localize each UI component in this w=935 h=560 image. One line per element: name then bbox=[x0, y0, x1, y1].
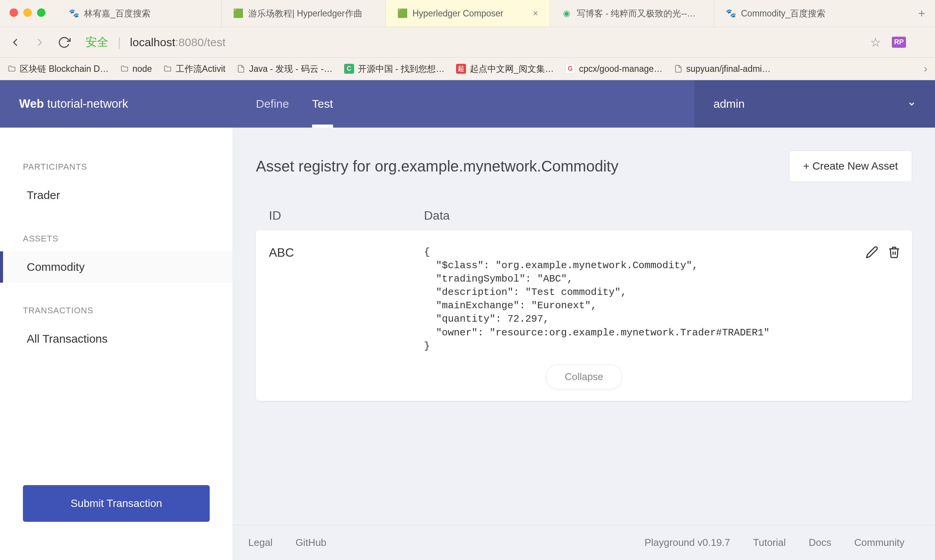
site-icon: 起 bbox=[456, 64, 466, 74]
sidebar-section-transactions: TRANSACTIONS bbox=[0, 298, 233, 323]
browser-chrome: 🐾 林宥嘉_百度搜索 🟩 游乐场教程| Hyperledger作曲 🟩 Hype… bbox=[0, 0, 935, 80]
secure-badge: 安全 bbox=[86, 34, 108, 50]
folder-icon bbox=[120, 65, 129, 73]
browser-tab[interactable]: 🐾 林宥嘉_百度搜索 bbox=[57, 0, 222, 27]
bookmark-folder[interactable]: 工作流Activit bbox=[163, 63, 225, 75]
asset-card: ABC { "$class": "org.example.mynetwork.C… bbox=[256, 230, 912, 401]
tab-title: Hyperledger Composer bbox=[412, 8, 503, 19]
browser-tab-bar: 🐾 林宥嘉_百度搜索 🟩 游乐场教程| Hyperledger作曲 🟩 Hype… bbox=[0, 0, 935, 27]
footer-github-link[interactable]: GitHub bbox=[296, 537, 327, 549]
bookmarks-bar: 区块链 Blockchain D… node 工作流Activit Java -… bbox=[0, 57, 935, 80]
content-area: Asset registry for org.example.mynetwork… bbox=[233, 128, 935, 560]
bookmark-folder[interactable]: node bbox=[120, 64, 152, 74]
bookmark-link[interactable]: C 开源中国 - 找到您想… bbox=[344, 63, 445, 75]
site-icon: G bbox=[565, 64, 575, 74]
asset-id: ABC bbox=[267, 246, 424, 353]
bookmark-link[interactable]: G cpcx/good-manage… bbox=[565, 64, 663, 74]
tab-favicon-site: ◉ bbox=[561, 8, 571, 18]
sidebar: PARTICIPANTS Trader ASSETS Commodity TRA… bbox=[0, 128, 233, 560]
asset-json-data: { "$class": "org.example.mynetwork.Commo… bbox=[424, 246, 865, 353]
create-new-asset-button[interactable]: + Create New Asset bbox=[789, 151, 912, 182]
tab-title: 游乐场教程| Hyperledger作曲 bbox=[248, 8, 362, 19]
footer-legal-link[interactable]: Legal bbox=[248, 537, 273, 549]
submit-transaction-button[interactable]: Submit Transaction bbox=[23, 485, 210, 522]
file-icon bbox=[674, 65, 683, 73]
window-close[interactable] bbox=[10, 8, 18, 17]
bookmark-folder[interactable]: 区块链 Blockchain D… bbox=[8, 63, 109, 75]
app-header: Web tutorial-network Define Test admin bbox=[0, 80, 935, 128]
window-minimize[interactable] bbox=[23, 8, 32, 17]
chevron-down-icon bbox=[907, 100, 916, 108]
tab-close-icon[interactable]: × bbox=[533, 8, 538, 19]
asset-row: ABC { "$class": "org.example.mynetwork.C… bbox=[267, 246, 901, 353]
app-footer: Legal GitHub Playground v0.19.7 Tutorial… bbox=[233, 525, 935, 560]
tab-title: 写博客 - 纯粹而又极致的光--… bbox=[577, 8, 696, 19]
brand-title: Web tutorial-network bbox=[0, 80, 233, 128]
nav-forward-button[interactable] bbox=[32, 35, 47, 50]
tab-test[interactable]: Test bbox=[312, 80, 333, 128]
delete-icon[interactable] bbox=[888, 246, 901, 260]
sidebar-item-commodity[interactable]: Commodity bbox=[0, 251, 233, 283]
tab-title: 林宥嘉_百度搜索 bbox=[84, 8, 150, 19]
tab-define[interactable]: Define bbox=[256, 80, 289, 128]
column-header-id: ID bbox=[267, 209, 424, 223]
folder-icon bbox=[163, 65, 172, 73]
bookmark-link[interactable]: supyuan/jfinal-admi… bbox=[674, 64, 771, 74]
tab-favicon-hyperledger: 🟩 bbox=[397, 8, 407, 18]
header-tabs: Define Test bbox=[233, 80, 333, 128]
bookmark-link[interactable]: Java - 发现 - 码云 -… bbox=[237, 63, 333, 75]
new-tab-button[interactable]: + bbox=[908, 0, 935, 27]
sidebar-section-assets: ASSETS bbox=[0, 226, 233, 251]
app-body: PARTICIPANTS Trader ASSETS Commodity TRA… bbox=[0, 128, 935, 560]
tab-title: Commodity_百度搜索 bbox=[741, 8, 825, 19]
browser-tab[interactable]: 🟩 游乐场教程| Hyperledger作曲 bbox=[222, 0, 386, 27]
extension-rp-icon[interactable]: RP bbox=[892, 37, 906, 48]
file-icon bbox=[237, 65, 245, 73]
footer-version: Playground v0.19.7 bbox=[644, 537, 730, 549]
site-icon: C bbox=[344, 64, 354, 74]
reload-button[interactable] bbox=[57, 35, 72, 50]
url-bar: 安全 | localhost:8080/test ☆ RP bbox=[0, 27, 935, 57]
url-input[interactable]: localhost:8080/test bbox=[130, 36, 225, 49]
sidebar-item-trader[interactable]: Trader bbox=[0, 180, 233, 211]
table-header: ID Data bbox=[256, 201, 912, 230]
bookmarks-overflow-icon[interactable]: › bbox=[924, 63, 927, 75]
user-dropdown[interactable]: admin bbox=[694, 80, 935, 128]
sidebar-section-participants: PARTICIPANTS bbox=[0, 154, 233, 180]
tab-favicon-hyperledger: 🟩 bbox=[233, 8, 243, 18]
nav-back-button[interactable] bbox=[8, 35, 23, 50]
column-header-data: Data bbox=[424, 209, 901, 223]
sidebar-item-all-transactions[interactable]: All Transactions bbox=[0, 323, 233, 354]
tab-favicon-baidu: 🐾 bbox=[726, 8, 736, 18]
collapse-button[interactable]: Collapse bbox=[546, 364, 622, 389]
window-maximize[interactable] bbox=[37, 8, 45, 17]
asset-actions bbox=[865, 246, 901, 353]
bookmark-star-icon[interactable]: ☆ bbox=[870, 35, 881, 50]
folder-icon bbox=[8, 65, 16, 73]
edit-icon[interactable] bbox=[865, 246, 878, 260]
browser-tab[interactable]: 🐾 Commodity_百度搜索 bbox=[714, 0, 878, 27]
window-controls bbox=[10, 8, 45, 17]
browser-tab-active[interactable]: 🟩 Hyperledger Composer × bbox=[386, 0, 550, 27]
footer-docs-link[interactable]: Docs bbox=[809, 537, 831, 549]
footer-community-link[interactable]: Community bbox=[854, 537, 904, 549]
page-title: Asset registry for org.example.mynetwork… bbox=[256, 158, 618, 175]
url-divider: | bbox=[118, 35, 121, 49]
content-header: Asset registry for org.example.mynetwork… bbox=[256, 151, 912, 182]
user-label: admin bbox=[713, 97, 745, 110]
browser-tab[interactable]: ◉ 写博客 - 纯粹而又极致的光--… bbox=[550, 0, 714, 27]
footer-tutorial-link[interactable]: Tutorial bbox=[753, 537, 786, 549]
bookmark-link[interactable]: 起 起点中文网_阅文集… bbox=[456, 63, 554, 75]
tab-favicon-baidu: 🐾 bbox=[69, 8, 79, 18]
